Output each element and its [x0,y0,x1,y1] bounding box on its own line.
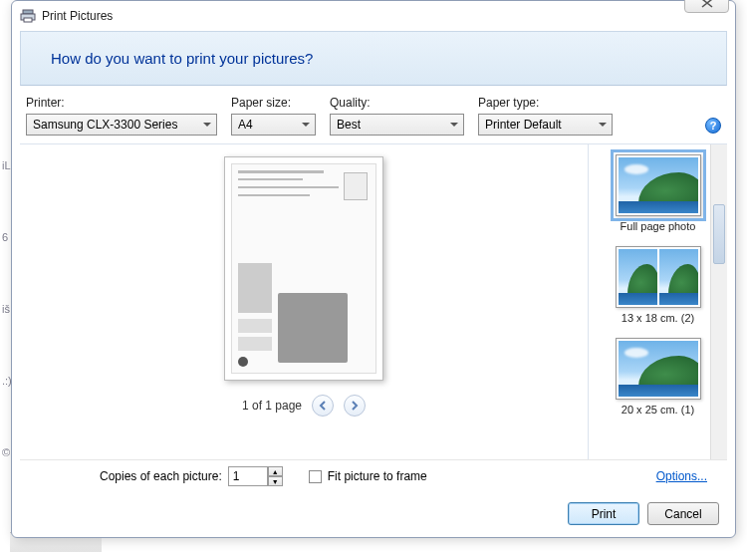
printer-label: Printer: [26,96,217,110]
printer-value: Samsung CLX-3300 Series [33,118,177,132]
chevron-right-icon [351,401,359,411]
preview-pane: 1 of 1 page [20,144,588,459]
print-pictures-dialog: Print Pictures How do you want to print … [11,0,736,538]
checkbox-icon [309,470,322,483]
print-button[interactable]: Print [568,502,639,525]
layout-caption: 13 x 18 cm. (2) [622,312,694,324]
layout-caption: 20 x 25 cm. (1) [622,404,694,416]
titlebar: Print Pictures [12,1,735,31]
layout-scrollbar[interactable] [710,144,727,459]
spin-up-icon[interactable]: ▲ [268,466,283,476]
copies-spinner[interactable]: ▲▼ [228,466,283,486]
options-bar: Copies of each picture: ▲▼ Fit picture t… [20,459,727,492]
printer-icon [20,8,36,24]
selector-row: Printer: Samsung CLX-3300 Series Paper s… [12,86,735,141]
quality-combo[interactable]: Best [330,114,464,136]
close-icon [701,0,713,8]
layout-list: Full page photo 13 x 18 cm. (2) 20 x 25 … [588,144,727,459]
layout-item-20x25[interactable]: 20 x 25 cm. (1) [616,338,701,416]
page-info: 1 of 1 page [242,399,302,413]
next-page-button[interactable] [344,395,366,417]
copies-input[interactable] [228,466,268,486]
papersize-value: A4 [238,118,253,132]
printer-combo[interactable]: Samsung CLX-3300 Series [26,114,217,136]
print-button-label: Print [592,507,617,521]
cancel-button-label: Cancel [664,507,701,521]
quality-label: Quality: [330,96,464,110]
preview-sheet [224,156,383,381]
quality-value: Best [337,118,361,132]
spin-down-icon[interactable]: ▼ [268,476,283,486]
papertype-combo[interactable]: Printer Default [478,114,613,136]
layout-item-13x18[interactable]: 13 x 18 cm. (2) [616,246,701,324]
layout-item-fullpage[interactable]: Full page photo [616,154,701,232]
papersize-label: Paper size: [231,96,316,110]
svg-rect-0 [23,10,33,14]
chevron-left-icon [319,401,327,411]
layout-caption: Full page photo [621,220,696,232]
papertype-label: Paper type: [478,96,613,110]
fit-checkbox[interactable]: Fit picture to frame [309,469,427,483]
header-question: How do you want to print your pictures? [51,50,313,67]
copies-label: Copies of each picture: [100,469,222,483]
papersize-combo[interactable]: A4 [231,114,316,136]
cancel-button[interactable]: Cancel [647,502,719,525]
options-link[interactable]: Options... [656,469,707,483]
prev-page-button[interactable] [312,395,334,417]
fit-label: Fit picture to frame [328,469,427,483]
svg-rect-2 [24,18,32,22]
button-bar: Print Cancel [12,492,735,537]
window-title: Print Pictures [42,9,113,23]
help-button[interactable]: ? [705,118,721,134]
close-button[interactable] [684,0,729,13]
papertype-value: Printer Default [485,118,562,132]
header-band: How do you want to print your pictures? [20,31,727,86]
help-icon: ? [710,120,717,132]
